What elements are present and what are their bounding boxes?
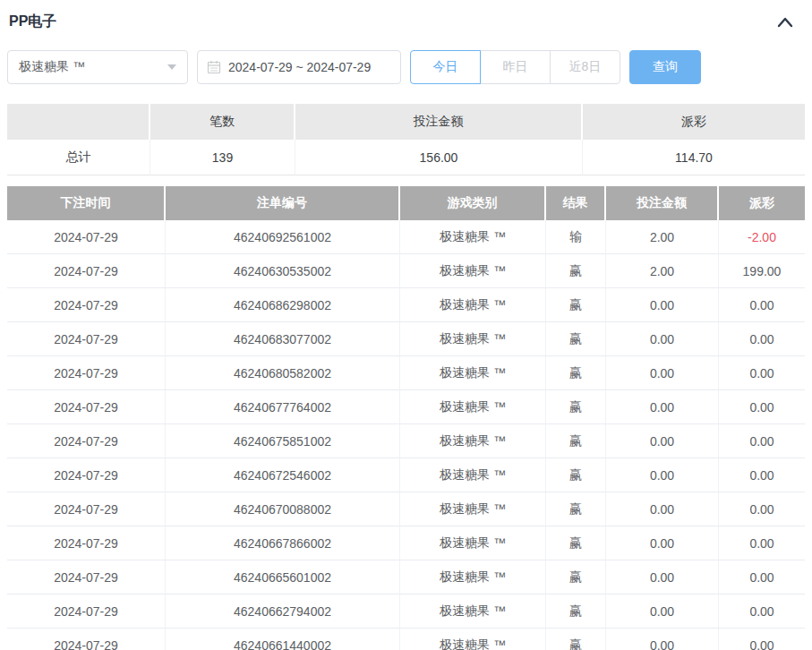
table-row: 2024-07-2946240683077002极速糖果 ™赢0.000.00 (7, 322, 805, 356)
summary-col-count: 笔数 (150, 104, 295, 140)
table-cell: 2024-07-29 (7, 288, 166, 322)
yesterday-button[interactable]: 昨日 (480, 50, 551, 84)
table-cell: 极速糖果 ™ (400, 356, 546, 390)
table-cell: 0.00 (719, 356, 805, 390)
total-label: 总计 (7, 140, 150, 175)
table-row: 2024-07-2946240680582002极速糖果 ™赢0.000.00 (7, 356, 805, 390)
table-cell: 赢 (546, 254, 606, 288)
table-cell: 2024-07-29 (7, 356, 166, 390)
table-cell: 0.00 (719, 629, 805, 650)
table-cell: 2024-07-29 (7, 322, 166, 356)
query-button[interactable]: 查询 (629, 50, 701, 84)
table-cell: 46240670088002 (166, 492, 400, 526)
table-cell: 极速糖果 ™ (400, 492, 546, 526)
table-cell: 极速糖果 ™ (400, 254, 546, 288)
table-cell: 0.00 (606, 458, 719, 492)
table-cell: 2024-07-29 (7, 458, 166, 492)
table-cell: 赢 (546, 594, 606, 629)
table-row: 2024-07-2946240667866002极速糖果 ™赢0.000.00 (7, 526, 805, 560)
table-cell: 0.00 (606, 288, 719, 322)
chevron-up-icon (776, 18, 794, 31)
table-cell: 46240692561002 (166, 220, 400, 254)
table-cell: 赢 (546, 390, 606, 424)
game-select-value: 极速糖果 ™ (19, 59, 85, 75)
table-cell: 46240672546002 (166, 458, 400, 492)
table-cell: 0.00 (606, 526, 719, 560)
table-cell: 0.00 (719, 458, 805, 492)
date-range-input[interactable]: 2024-07-29 ~ 2024-07-29 (197, 50, 401, 84)
table-cell: 极速糖果 ™ (400, 560, 546, 594)
table-cell: 0.00 (606, 356, 719, 390)
page-title: PP电子 (9, 13, 56, 31)
table-row: 2024-07-2946240662794002极速糖果 ™赢0.000.00 (7, 594, 805, 629)
table-cell: 0.00 (719, 322, 805, 356)
quick-range-group: 今日 昨日 近8日 (410, 50, 620, 84)
table-cell: 极速糖果 ™ (400, 288, 546, 322)
table-row: 2024-07-2946240677764002极速糖果 ™赢0.000.00 (7, 390, 805, 424)
game-select[interactable]: 极速糖果 ™ (7, 50, 188, 84)
table-cell: 0.00 (606, 492, 719, 526)
table-cell: 46240677764002 (166, 390, 400, 424)
table-row: 2024-07-2946240630535002极速糖果 ™赢2.00199.0… (7, 254, 805, 288)
table-cell: 极速糖果 ™ (400, 458, 546, 492)
table-cell: 0.00 (719, 594, 805, 629)
table-cell: 46240665601002 (166, 560, 400, 594)
table-cell: 极速糖果 ™ (400, 390, 546, 424)
bet-table-body: 2024-07-2946240692561002极速糖果 ™输2.00-2.00… (7, 220, 805, 650)
table-cell: 极速糖果 ™ (400, 322, 546, 356)
table-cell: 赢 (546, 458, 606, 492)
table-cell: 2.00 (606, 254, 719, 288)
table-cell: 0.00 (719, 492, 805, 526)
col-payout: 派彩 (719, 186, 805, 220)
table-row: 2024-07-2946240672546002极速糖果 ™赢0.000.00 (7, 458, 805, 492)
table-cell: 赢 (546, 424, 606, 458)
date-range-value: 2024-07-29 ~ 2024-07-29 (228, 60, 371, 74)
table-row: 2024-07-2946240670088002极速糖果 ™赢0.000.00 (7, 492, 805, 526)
table-cell: 46240680582002 (166, 356, 400, 390)
table-cell: 0.00 (606, 390, 719, 424)
table-cell: 0.00 (719, 560, 805, 594)
summary-total-row: 总计 139 156.00 114.70 (7, 140, 805, 175)
bet-table-header-row: 下注时间 注单编号 游戏类别 结果 投注金额 派彩 (7, 186, 805, 220)
table-cell: 0.00 (606, 629, 719, 650)
table-cell: 2024-07-29 (7, 390, 166, 424)
table-cell: 46240683077002 (166, 322, 400, 356)
col-order-number: 注单编号 (166, 186, 400, 220)
table-cell: -2.00 (719, 220, 805, 254)
pp-electronic-panel: PP电子 极速糖果 ™ (0, 0, 812, 650)
table-cell: 0.00 (719, 288, 805, 322)
table-cell: 赢 (546, 560, 606, 594)
table-cell: 0.00 (606, 594, 719, 629)
table-cell: 2.00 (606, 220, 719, 254)
table-cell: 0.00 (719, 424, 805, 458)
today-button[interactable]: 今日 (410, 50, 481, 84)
table-cell: 赢 (546, 629, 606, 650)
table-cell: 2024-07-29 (7, 220, 166, 254)
table-cell: 2024-07-29 (7, 560, 166, 594)
table-cell: 2024-07-29 (7, 594, 166, 629)
table-row: 2024-07-2946240665601002极速糖果 ™赢0.000.00 (7, 560, 805, 594)
col-bet-amount: 投注金额 (606, 186, 719, 220)
table-row: 2024-07-2946240692561002极速糖果 ™输2.00-2.00 (7, 220, 805, 254)
col-result: 结果 (546, 186, 606, 220)
table-cell: 2024-07-29 (7, 629, 166, 650)
chevron-down-icon (167, 64, 176, 70)
table-cell: 极速糖果 ™ (400, 629, 546, 650)
filter-bar: 极速糖果 ™ 2024-07-29 ~ 2024-07-29 今日 昨日 近8日 (7, 50, 805, 84)
table-cell: 2024-07-29 (7, 424, 166, 458)
collapse-button[interactable] (774, 14, 796, 30)
last8days-button[interactable]: 近8日 (550, 50, 620, 84)
table-cell: 0.00 (719, 526, 805, 560)
table-cell: 赢 (546, 322, 606, 356)
table-cell: 2024-07-29 (7, 492, 166, 526)
table-row: 2024-07-2946240661440002极速糖果 ™赢0.000.00 (7, 629, 805, 650)
table-cell: 赢 (546, 492, 606, 526)
table-cell: 199.00 (719, 254, 805, 288)
table-cell: 0.00 (606, 560, 719, 594)
table-cell: 46240667866002 (166, 526, 400, 560)
col-bet-time: 下注时间 (7, 186, 166, 220)
table-cell: 46240630535002 (166, 254, 400, 288)
total-bet-amount: 156.00 (295, 140, 583, 175)
summary-col-blank (7, 104, 150, 140)
table-cell: 46240662794002 (166, 594, 400, 629)
